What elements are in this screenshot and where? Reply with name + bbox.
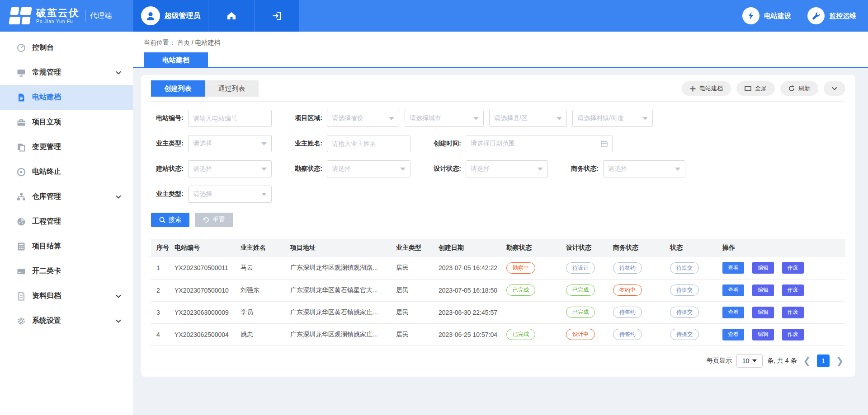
sidebar: 控制台 常规管理 电站建档 项目立项 变更管理 电站终止 <box>0 32 133 415</box>
filter-form: 电站编号: 项目区域: 请选择省份 请选择城市 请选择县/区 请选择村镇/街道 … <box>151 110 845 203</box>
station-code-label: 电站编号: <box>151 114 184 122</box>
province-select[interactable]: 请选择省份 <box>327 110 399 127</box>
owner-type-label: 业主类型: <box>151 140 184 148</box>
town-select[interactable]: 请选择村镇/街道 <box>572 110 653 127</box>
county-select[interactable]: 请选择县/区 <box>489 110 567 127</box>
wrench-icon <box>807 7 825 24</box>
refresh-button[interactable]: 刷新 <box>780 81 818 96</box>
sidebar-item-engineering-mgmt[interactable]: 工程管理 <box>0 209 133 234</box>
sidebar-item-project-settlement[interactable]: 项目结算 <box>0 234 133 259</box>
caret-down-icon <box>538 168 543 171</box>
region-label: 项目区域: <box>290 114 322 122</box>
edit-button[interactable]: 编辑 <box>752 307 774 318</box>
collapse-toolbar-button[interactable] <box>824 81 845 96</box>
station-code-input[interactable] <box>193 115 267 122</box>
sidebar-item-system-settings[interactable]: 系统设置 <box>0 308 133 333</box>
survey-status-badge: 勘察中 <box>506 262 535 274</box>
sidebar-item-general-mgmt[interactable]: 常规管理 <box>0 60 133 85</box>
monitor-icon <box>17 68 26 77</box>
edit-button[interactable]: 编辑 <box>752 284 774 296</box>
caret-down-icon <box>752 359 757 362</box>
survey-status-badge: 已完成 <box>506 284 535 296</box>
col-header: 项目地址 <box>285 239 391 257</box>
sidebar-item-console[interactable]: 控制台 <box>0 35 133 60</box>
breadcrumb: 当前位置： 首页 / 电站建档 <box>144 39 221 47</box>
col-header: 序号 <box>151 239 169 257</box>
design-status-badge: 待设计 <box>566 262 595 274</box>
station-code-input-wrap <box>188 110 272 127</box>
col-header: 操作 <box>717 239 845 257</box>
void-button[interactable]: 作废 <box>782 329 804 340</box>
view-button[interactable]: 查看 <box>722 262 744 274</box>
build-status-select[interactable]: 请选择 <box>188 160 272 177</box>
business-status-select[interactable]: 请选择 <box>603 160 685 177</box>
caret-down-icon <box>261 193 267 196</box>
edit-button[interactable]: 编辑 <box>752 262 774 274</box>
sidebar-item-station-archive[interactable]: 电站建档 <box>0 85 133 110</box>
logout-icon <box>271 10 282 21</box>
archive-icon <box>17 292 26 301</box>
logout-button[interactable] <box>254 0 299 32</box>
table-row: 4 YX2023062500004 姚忠 广东深圳龙华区观澜镇姚家庄... 居民… <box>151 323 845 345</box>
table-row: 3 YX2023063000009 学员 广东深圳龙华区黄石镇姚家庄... 居民… <box>151 301 845 323</box>
chevron-down-icon <box>116 71 121 75</box>
tab-passed-list[interactable]: 通过列表 <box>205 80 259 97</box>
survey-status-select[interactable]: 请选择 <box>327 160 410 177</box>
per-page-select[interactable]: 10 <box>736 354 763 368</box>
design-status-select[interactable]: 请选择 <box>466 160 548 177</box>
reset-icon <box>203 217 209 223</box>
chevron-down-icon <box>116 195 121 199</box>
home-button[interactable] <box>208 0 254 32</box>
void-button[interactable]: 作废 <box>782 284 804 296</box>
create-time-range-picker[interactable]: 请选择日期范围 <box>466 135 613 152</box>
calendar-icon <box>601 140 608 147</box>
caret-down-icon <box>389 117 394 120</box>
table-header-row: 序号 电站编号 业主姓名 项目地址 业主类型 创建日期 勘察状态 设计状态 商务… <box>151 239 845 257</box>
page-number-1[interactable]: 1 <box>817 354 830 367</box>
status-badge: 待提交 <box>670 307 699 318</box>
col-header: 勘察状态 <box>501 239 561 257</box>
col-header: 状态 <box>665 239 717 257</box>
sidebar-item-warehouse-mgmt[interactable]: 仓库管理 <box>0 184 133 209</box>
survey-status-badge: 已完成 <box>506 329 535 340</box>
col-header: 商务状态 <box>608 239 665 257</box>
tab-create-list[interactable]: 创建列表 <box>151 80 205 97</box>
page-tab-station-archive[interactable]: 电站建档 <box>144 52 208 68</box>
fullscreen-button[interactable]: 全屏 <box>736 81 775 96</box>
briefcase-icon <box>17 118 26 127</box>
reset-button[interactable]: 重置 <box>195 213 233 227</box>
survey-status-label: 勘察状态: <box>290 165 322 173</box>
view-button[interactable]: 查看 <box>722 329 744 340</box>
view-button[interactable]: 查看 <box>722 284 744 296</box>
owner-name-input[interactable] <box>332 140 406 147</box>
next-page-button[interactable]: ❯︎ <box>834 356 845 365</box>
city-select[interactable]: 请选择城市 <box>405 110 484 127</box>
sidebar-item-change-mgmt[interactable]: 变更管理 <box>0 135 133 159</box>
sidebar-item-station-terminate[interactable]: 电站终止 <box>0 159 133 184</box>
nav-station-build[interactable]: 电站建设 <box>742 0 791 32</box>
station-table: 序号 电站编号 业主姓名 项目地址 业主类型 创建日期 勘察状态 设计状态 商务… <box>151 239 845 346</box>
edit-button[interactable]: 编辑 <box>752 329 774 340</box>
user-menu[interactable]: 超级管理员 <box>133 0 208 32</box>
owner-type-select[interactable]: 请选择 <box>188 135 272 152</box>
void-button[interactable]: 作废 <box>782 307 804 318</box>
void-button[interactable]: 作废 <box>782 262 804 274</box>
sidebar-item-type2-card[interactable]: 开二类卡 <box>0 259 133 284</box>
owner-type2-select[interactable]: 请选择 <box>188 186 272 203</box>
lightning-icon <box>742 7 760 24</box>
create-station-button[interactable]: 电站建档 <box>682 81 731 96</box>
sidebar-item-data-archive[interactable]: 资料归档 <box>0 284 133 308</box>
business-status-label: 商务状态: <box>566 165 599 173</box>
design-status-label: 设计状态: <box>429 165 461 173</box>
search-button[interactable]: 搜索 <box>151 213 189 227</box>
plus-icon <box>690 86 696 92</box>
owner-name-input-wrap <box>327 135 410 152</box>
sidebar-item-project-initiation[interactable]: 项目立项 <box>0 110 133 135</box>
fullscreen-icon <box>745 86 751 91</box>
owner-name-label: 业主姓名: <box>290 140 322 148</box>
view-button[interactable]: 查看 <box>722 307 744 318</box>
prev-page-button[interactable]: ❮︎ <box>801 356 812 365</box>
nav-monitor-ops[interactable]: 监控运维 <box>807 0 856 32</box>
caret-down-icon <box>557 117 562 120</box>
chevron-down-icon <box>116 319 121 323</box>
